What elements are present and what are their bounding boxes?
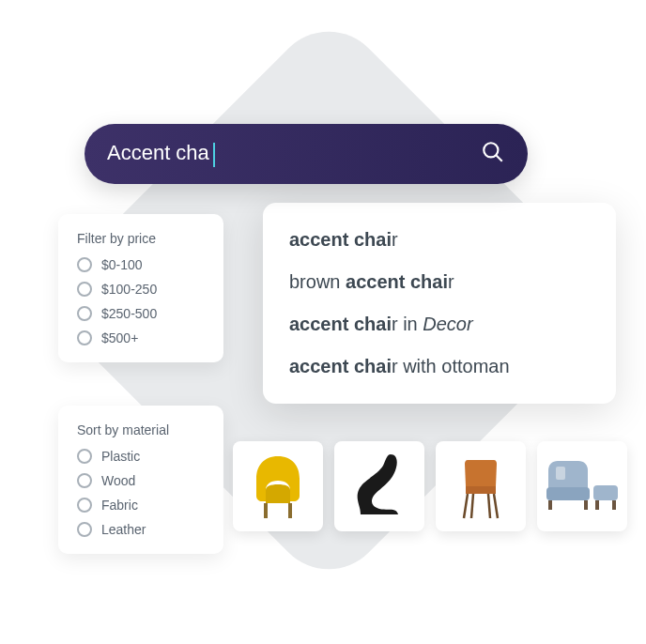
svg-line-7	[488, 494, 490, 518]
svg-line-5	[494, 494, 498, 518]
svg-rect-12	[595, 500, 599, 510]
sort-by-material-card: Sort by material Plastic Wood Fabric Lea…	[58, 406, 223, 554]
filter-material-option[interactable]: Leather	[77, 522, 205, 537]
product-thumbnails-row	[233, 441, 627, 531]
svg-rect-9	[548, 500, 552, 510]
svg-rect-10	[584, 500, 588, 510]
svg-line-4	[464, 494, 468, 518]
suggestion-item[interactable]: accent chair	[289, 229, 590, 251]
svg-rect-2	[264, 503, 268, 518]
search-icon[interactable]	[481, 140, 505, 168]
svg-line-6	[471, 494, 473, 518]
text-cursor	[213, 143, 215, 167]
search-input-text[interactable]: Accent cha	[107, 141, 481, 166]
radio-icon	[77, 257, 92, 272]
filter-material-option[interactable]: Wood	[77, 473, 205, 488]
product-thumb-yellow-chair[interactable]	[233, 441, 323, 531]
suggestion-item[interactable]: accent chair with ottoman	[289, 356, 590, 377]
filter-price-option[interactable]: $0-100	[77, 257, 205, 272]
filter-price-title: Filter by price	[77, 231, 205, 246]
filter-material-option[interactable]: Fabric	[77, 498, 205, 513]
radio-icon	[77, 306, 92, 321]
product-thumb-black-chair[interactable]	[334, 441, 424, 531]
radio-icon	[77, 473, 92, 488]
search-suggestions-dropdown: accent chair brown accent chair accent c…	[263, 203, 616, 404]
svg-rect-8	[546, 487, 590, 500]
svg-rect-14	[556, 467, 565, 480]
filter-price-option[interactable]: $100-250	[77, 282, 205, 297]
radio-icon	[77, 449, 92, 464]
filter-material-title: Sort by material	[77, 422, 205, 437]
suggestion-item[interactable]: brown accent chair	[289, 271, 590, 293]
filter-by-price-card: Filter by price $0-100 $100-250 $250-500…	[58, 214, 223, 362]
radio-icon	[77, 282, 92, 297]
product-thumb-blue-chair-ottoman[interactable]	[537, 441, 627, 531]
suggestion-item[interactable]: accent chair in Decor	[289, 314, 590, 335]
filter-price-option[interactable]: $250-500	[77, 306, 205, 321]
radio-icon	[77, 522, 92, 537]
svg-rect-11	[593, 485, 618, 500]
radio-icon	[77, 330, 92, 345]
svg-line-1	[496, 155, 502, 161]
svg-point-0	[484, 143, 498, 157]
product-thumb-orange-chair[interactable]	[436, 441, 526, 531]
svg-rect-3	[288, 503, 292, 518]
radio-icon	[77, 498, 92, 513]
filter-material-option[interactable]: Plastic	[77, 449, 205, 464]
search-bar[interactable]: Accent cha	[85, 124, 528, 184]
svg-rect-13	[612, 500, 616, 510]
filter-price-option[interactable]: $500+	[77, 330, 205, 345]
